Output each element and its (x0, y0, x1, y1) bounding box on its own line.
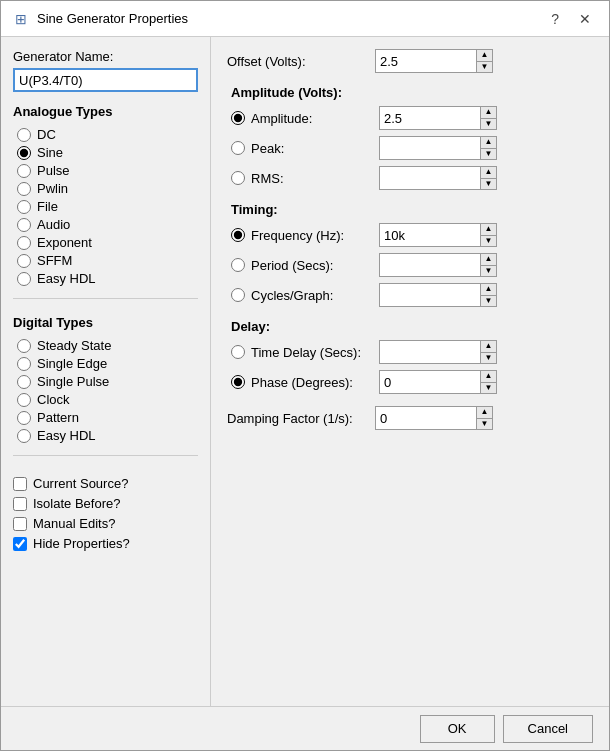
peak-down[interactable]: ▼ (480, 148, 496, 160)
freq-down[interactable]: ▼ (480, 235, 496, 247)
rms-up[interactable]: ▲ (480, 167, 496, 178)
dialog: ⊞ Sine Generator Properties ? ✕ Generato… (0, 0, 610, 751)
analogue-types-group: DC Sine Pulse Pwlin File (17, 127, 198, 286)
generator-name-label: Generator Name: (13, 49, 198, 64)
offset-input[interactable] (376, 50, 476, 72)
analogue-types-title: Analogue Types (13, 104, 198, 119)
period-down[interactable]: ▼ (480, 265, 496, 277)
radio-pwlin[interactable]: Pwlin (17, 181, 198, 196)
amplitude-amplitude-row: Amplitude: ▲ ▼ (231, 106, 593, 130)
amplitude-down[interactable]: ▼ (480, 118, 496, 130)
phase-up[interactable]: ▲ (480, 371, 496, 382)
damping-row: Damping Factor (1/s): ▲ ▼ (227, 406, 593, 430)
radio-pulse[interactable]: Pulse (17, 163, 198, 178)
timing-header: Timing: (231, 202, 593, 217)
radio-easy-hdl-digital[interactable]: Easy HDL (17, 428, 198, 443)
offset-spinner: ▲ ▼ (375, 49, 493, 73)
amplitude-input[interactable] (380, 107, 480, 129)
time-delay-up[interactable]: ▲ (480, 341, 496, 352)
offset-label: Offset (Volts): (227, 54, 367, 69)
help-button[interactable]: ? (545, 10, 565, 28)
right-panel: Offset (Volts): ▲ ▼ Amplitude (Volts): A… (211, 37, 609, 706)
radio-exponent[interactable]: Exponent (17, 235, 198, 250)
checkbox-hide-properties[interactable]: Hide Properties? (13, 536, 198, 551)
checkbox-current-source[interactable]: Current Source? (13, 476, 198, 491)
damping-spinner: ▲ ▼ (375, 406, 493, 430)
rms-spinner: ▲ ▼ (379, 166, 497, 190)
delay-time-row: Time Delay (Secs): ▲ ▼ (231, 340, 593, 364)
radio-sine[interactable]: Sine (17, 145, 198, 160)
amplitude-up[interactable]: ▲ (480, 107, 496, 118)
peak-up[interactable]: ▲ (480, 137, 496, 148)
cycles-down[interactable]: ▼ (480, 295, 496, 307)
cycles-spinner: ▲ ▼ (379, 283, 497, 307)
amplitude-rms-label: RMS: (251, 171, 284, 186)
radio-steady-state[interactable]: Steady State (17, 338, 198, 353)
time-delay-input[interactable] (380, 341, 480, 363)
rms-input[interactable] (380, 167, 480, 189)
bottom-bar: OK Cancel (1, 706, 609, 750)
time-delay-down[interactable]: ▼ (480, 352, 496, 364)
generator-name-input[interactable] (13, 68, 198, 92)
offset-row: Offset (Volts): ▲ ▼ (227, 49, 593, 73)
ok-button[interactable]: OK (420, 715, 495, 743)
damping-down[interactable]: ▼ (476, 418, 492, 430)
delay-phase-label: Phase (Degrees): (251, 375, 353, 390)
main-content: Generator Name: Analogue Types DC Sine P… (1, 37, 609, 706)
timing-freq-label: Frequency (Hz): (251, 228, 344, 243)
freq-up[interactable]: ▲ (480, 224, 496, 235)
radio-single-pulse[interactable]: Single Pulse (17, 374, 198, 389)
damping-input[interactable] (376, 407, 476, 429)
freq-spinner: ▲ ▼ (379, 223, 497, 247)
offset-up[interactable]: ▲ (476, 50, 492, 61)
radio-file[interactable]: File (17, 199, 198, 214)
digital-types-title: Digital Types (13, 315, 198, 330)
radio-easy-hdl-analogue[interactable]: Easy HDL (17, 271, 198, 286)
rms-down[interactable]: ▼ (480, 178, 496, 190)
amplitude-spinner: ▲ ▼ (379, 106, 497, 130)
timing-cycles-label: Cycles/Graph: (251, 288, 333, 303)
period-input[interactable] (380, 254, 480, 276)
left-panel: Generator Name: Analogue Types DC Sine P… (1, 37, 211, 706)
dialog-title: Sine Generator Properties (37, 11, 188, 26)
radio-audio[interactable]: Audio (17, 217, 198, 232)
checkboxes-group: Current Source? Isolate Before? Manual E… (13, 468, 198, 555)
generator-name-group: Generator Name: (13, 49, 198, 92)
close-button[interactable]: ✕ (573, 10, 597, 28)
radio-sffm[interactable]: SFFM (17, 253, 198, 268)
divider2 (13, 455, 198, 456)
phase-down[interactable]: ▼ (480, 382, 496, 394)
damping-label: Damping Factor (1/s): (227, 411, 367, 426)
delay-section: Delay: Time Delay (Secs): ▲ ▼ (227, 319, 593, 394)
radio-pattern[interactable]: Pattern (17, 410, 198, 425)
delay-time-label: Time Delay (Secs): (251, 345, 361, 360)
period-up[interactable]: ▲ (480, 254, 496, 265)
amplitude-rms-row: RMS: ▲ ▼ (231, 166, 593, 190)
offset-down[interactable]: ▼ (476, 61, 492, 73)
divider1 (13, 298, 198, 299)
amplitude-peak-row: Peak: ▲ ▼ (231, 136, 593, 160)
period-spinner: ▲ ▼ (379, 253, 497, 277)
amplitude-section: Amplitude (Volts): Amplitude: ▲ ▼ (227, 85, 593, 190)
delay-header: Delay: (231, 319, 593, 334)
amplitude-header: Amplitude (Volts): (231, 85, 593, 100)
timing-section: Timing: Frequency (Hz): ▲ ▼ (227, 202, 593, 307)
radio-clock[interactable]: Clock (17, 392, 198, 407)
phase-spinner: ▲ ▼ (379, 370, 497, 394)
time-delay-spinner: ▲ ▼ (379, 340, 497, 364)
peak-spinner: ▲ ▼ (379, 136, 497, 160)
radio-single-edge[interactable]: Single Edge (17, 356, 198, 371)
checkbox-manual-edits[interactable]: Manual Edits? (13, 516, 198, 531)
peak-input[interactable] (380, 137, 480, 159)
checkbox-isolate-before[interactable]: Isolate Before? (13, 496, 198, 511)
title-bar: ⊞ Sine Generator Properties ? ✕ (1, 1, 609, 37)
phase-input[interactable] (380, 371, 480, 393)
damping-up[interactable]: ▲ (476, 407, 492, 418)
cancel-button[interactable]: Cancel (503, 715, 593, 743)
cycles-up[interactable]: ▲ (480, 284, 496, 295)
radio-dc[interactable]: DC (17, 127, 198, 142)
freq-input[interactable] (380, 224, 480, 246)
amplitude-amplitude-label: Amplitude: (251, 111, 312, 126)
cycles-input[interactable] (380, 284, 480, 306)
timing-freq-row: Frequency (Hz): ▲ ▼ (231, 223, 593, 247)
